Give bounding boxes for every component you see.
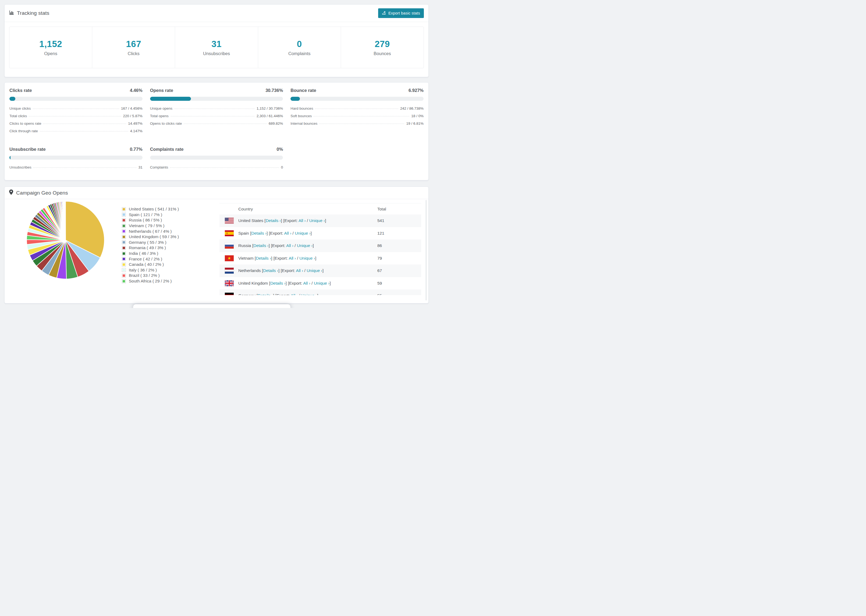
export-all-link-vn[interactable]: All › (289, 256, 296, 261)
export-unique-link-ru[interactable]: Unique › (297, 243, 313, 248)
detail-value: 14.497% (128, 121, 142, 126)
export-unique-link-nl[interactable]: Unique › (307, 268, 323, 273)
progress-bar-fill (9, 97, 15, 101)
rate-detail-row: Opens to clicks rate689.82% (150, 121, 283, 129)
table-row-nl[interactable]: Netherlands [Details ›] [Export: All › /… (219, 264, 421, 277)
legend-label: Netherlands ( 67 / 4% ) (129, 229, 172, 234)
export-all-link-nl[interactable]: All › (296, 268, 303, 273)
table-row-de[interactable]: Germany [Details ›] [Export: All › / Uni… (219, 289, 421, 295)
export-unique-link-vn[interactable]: Unique › (299, 256, 315, 261)
legend-swatch (122, 262, 126, 267)
progress-bar-fill (9, 156, 11, 160)
legend-swatch (122, 240, 126, 244)
detail-value: 0 (281, 165, 283, 169)
legend-item-russia: Russia ( 86 / 5% ) (122, 217, 179, 223)
legend-label: Romania ( 49 / 3% ) (129, 245, 166, 250)
details-link-us[interactable]: Details › (266, 218, 281, 223)
campaign-geo-opens-card: Campaign Geo Opens United States ( 541 /… (4, 187, 429, 303)
export-basic-stats-button[interactable]: Export basic stats (378, 8, 424, 18)
legend-item-vietnam: Vietnam ( 79 / 5% ) (122, 223, 179, 229)
rate-detail-row: Complaints0 (150, 165, 283, 173)
rate-value: 4.46% (130, 88, 143, 93)
details-link-nl[interactable]: Details › (263, 268, 279, 273)
detail-value: 1,152 / 30.736% (257, 107, 283, 110)
section-title: Campaign Geo Opens (16, 190, 68, 196)
table-row-es[interactable]: Spain [Details ›] [Export: All › / Uniqu… (219, 227, 421, 240)
rate-title: Unsubscribe rate (9, 147, 46, 152)
legend-item-italy: Italy ( 36 / 2% ) (122, 267, 179, 273)
dotted-leader (315, 108, 398, 109)
dotted-leader (43, 124, 126, 124)
total-cell: 55 (377, 293, 421, 295)
details-link-ru[interactable]: Details › (254, 243, 269, 248)
geo-opens-pie-chart[interactable] (26, 201, 105, 280)
detail-label: Clicks to opens rate (9, 121, 41, 126)
dotted-leader (313, 116, 409, 116)
details-link-de[interactable]: Details › (258, 293, 273, 295)
legend-item-india: India ( 46 / 3% ) (122, 251, 179, 256)
legend-item-brazil: Brazil ( 33 / 2% ) (122, 273, 179, 278)
stat-value: 279 (375, 39, 390, 49)
stat-value: 0 (297, 39, 302, 49)
stat-cell-unsubscribes: 31Unsubscribes (175, 27, 258, 68)
details-link-es[interactable]: Details › (251, 231, 266, 236)
detail-label: Internal bounces (290, 121, 317, 126)
export-unique-link-de[interactable]: Unique › (301, 293, 317, 295)
export-unique-link-us[interactable]: Unique › (309, 218, 325, 223)
legend-label: Spain ( 121 / 7% ) (129, 212, 162, 217)
export-all-link-gb[interactable]: All › (303, 281, 310, 285)
dotted-leader (184, 124, 267, 124)
rate-title: Bounce rate (290, 88, 316, 93)
tracking-stats-card: Tracking stats Export basic stats 1,152O… (4, 4, 429, 77)
export-unique-link-es[interactable]: Unique › (295, 231, 311, 236)
legend-label: France ( 42 / 2% ) (129, 257, 162, 261)
pie-slice-other[interactable] (65, 201, 66, 240)
legend-item-united-kingdom: United Kingdom ( 59 / 3% ) (122, 234, 179, 240)
table-row-ru[interactable]: Russia [Details ›] [Export: All › / Uniq… (219, 239, 421, 252)
legend-label: Canada ( 40 / 2% ) (129, 262, 164, 267)
stat-value: 31 (211, 39, 222, 49)
details-link-vn[interactable]: Details › (256, 256, 271, 261)
export-all-link-de[interactable]: All › (291, 293, 298, 295)
legend-swatch (122, 268, 126, 272)
rates-card: Clicks rate4.46%Unique clicks167 / 4.456… (4, 82, 429, 180)
stat-label: Opens (44, 51, 57, 56)
table-row-vn[interactable]: Vietnam [Details ›] [Export: All › / Uni… (219, 252, 421, 265)
total-cell: 86 (377, 243, 421, 248)
rate-title: Clicks rate (9, 88, 32, 93)
detail-label: Total clicks (9, 114, 27, 118)
progress-bar (9, 156, 143, 160)
rate-value: 0% (277, 147, 283, 152)
table-row-us[interactable]: United States [Details ›] [Export: All ›… (219, 214, 421, 227)
rate-panel-complaints-rate: Complaints rate0%Complaints0 (150, 147, 283, 173)
legend-label: Vietnam ( 79 / 5% ) (129, 223, 164, 228)
export-all-link-es[interactable]: All › (284, 231, 291, 236)
detail-value: 31 (139, 165, 143, 169)
legend-item-south-africa: South Africa ( 29 / 2% ) (122, 278, 179, 284)
de-flag-icon (225, 293, 234, 295)
table-scrollbar[interactable] (425, 200, 427, 300)
country-cell: Spain [Details ›] [Export: All › / Uniqu… (238, 231, 312, 236)
page-title: Tracking stats (17, 10, 49, 16)
detail-value: 220 / 5.87% (123, 114, 143, 118)
summary-stats-box: 1,152Opens167Clicks31Unsubscribes0Compla… (9, 27, 424, 68)
legend-item-netherlands: Netherlands ( 67 / 4% ) (122, 228, 179, 234)
geo-header: Campaign Geo Opens (5, 187, 428, 199)
export-all-link-ru[interactable]: All › (286, 243, 293, 248)
detail-label: Unique opens (150, 107, 172, 110)
progress-bar (9, 97, 143, 101)
detail-label: Complaints (150, 165, 168, 169)
dotted-leader (33, 167, 137, 168)
legend-swatch (122, 251, 126, 256)
total-cell: 67 (377, 268, 421, 273)
export-unique-link-gb[interactable]: Unique › (314, 281, 330, 285)
total-cell: 59 (377, 281, 421, 286)
rate-detail-row: Clicks to opens rate14.497% (9, 121, 143, 129)
table-row-gb[interactable]: United Kingdom [Details ›] [Export: All … (219, 277, 421, 290)
details-link-gb[interactable]: Details › (270, 281, 286, 285)
stat-cell-bounces: 279Bounces (341, 27, 424, 68)
export-all-link-us[interactable]: All › (299, 218, 306, 223)
detail-value: 689.82% (269, 121, 283, 126)
detail-label: Soft bounces (290, 114, 312, 118)
stat-label: Unsubscribes (203, 51, 230, 56)
